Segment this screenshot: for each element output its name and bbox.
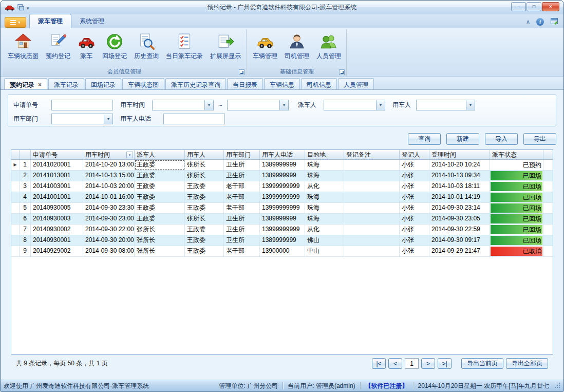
chevron-down-icon[interactable]: ▼ [376,100,385,110]
doc-tab[interactable]: 车辆信息 [264,78,300,89]
cell-status[interactable]: 已回场 [490,171,543,181]
cell-dept[interactable]: 卫生所 [224,225,260,235]
chevron-down-icon[interactable]: ▼ [466,100,475,110]
cell-use_time[interactable]: 2014-10-20 13:00 [83,160,135,170]
cell-destination[interactable]: 珠海 [305,192,344,202]
column-header-order_no[interactable]: 申请单号 [31,150,83,159]
cell-dispatcher[interactable]: 王政委 [135,214,185,224]
table-row[interactable]: ▶1201410200012014-10-20 13:00王政委张所长卫生所13… [11,160,553,171]
doc-tab[interactable]: 回场记录 [85,78,121,89]
cell-registrar[interactable]: 小张 [400,160,429,170]
ribbon-button[interactable]: 历史查询 [130,31,162,62]
cell-remark[interactable] [344,225,400,235]
ribbon-tab[interactable]: 系统管理 [71,14,112,28]
doc-tab[interactable]: 派车记录 [48,78,84,89]
doc-tab[interactable]: 司机信息 [301,78,337,89]
cell-order_no[interactable]: 20140930005 [31,203,83,213]
export-button[interactable]: 导出 [523,133,556,145]
cell-registrar[interactable]: 小张 [400,246,429,256]
cell-phone[interactable]: 1389999999 [260,235,305,246]
table-row[interactable]: 3201410030012014-10-03 20:00王政委王政委老干部139… [11,181,553,192]
cell-remark[interactable] [344,171,400,181]
cell-remark[interactable] [344,246,400,256]
cell-destination[interactable]: 从化 [305,181,344,192]
cell-user[interactable]: 王政委 [185,246,224,256]
resize-grip[interactable] [554,382,560,390]
user-combo[interactable]: ▼ [416,100,475,110]
cell-order_no[interactable]: 20141020001 [31,160,83,170]
cell-accept_time[interactable]: 2014-10-01 14:19 [429,192,490,202]
doc-tab[interactable]: 派车历史记录查询 [165,78,226,89]
close-button[interactable]: ✕ [542,2,559,11]
cell-order_no[interactable]: 20141013001 [31,171,83,181]
cell-use_time[interactable]: 2014-09-30 20:00 [83,235,135,246]
cell-accept_time[interactable]: 2014-10-13 09:34 [429,171,490,181]
cell-use_time[interactable]: 2014-10-03 20:00 [83,181,135,192]
cell-status[interactable]: 已回场 [490,225,543,235]
cell-remark[interactable] [344,192,400,202]
cell-user[interactable]: 王政委 [185,192,224,202]
cell-dept[interactable]: 卫生所 [224,160,260,170]
cell-accept_time[interactable]: 2014-09-30 22:59 [429,225,490,235]
doc-tab[interactable]: 预约记录× [4,78,47,89]
use-time-from-combo[interactable]: ▼ [152,100,214,110]
skin-style-icon[interactable] [550,17,558,27]
chevron-down-icon[interactable]: ▼ [279,100,288,110]
column-header-remark[interactable]: 登记备注 [344,150,400,159]
column-header-registrar[interactable]: 登记人 [400,150,429,159]
cell-remark[interactable] [344,160,400,170]
cell-use_time[interactable]: 2014-10-13 15:00 [83,171,135,181]
cell-destination[interactable]: 佛山 [305,235,344,246]
last-page-button[interactable]: >| [438,358,452,369]
dialog-launcher-icon[interactable] [339,69,345,75]
minimize-button[interactable]: ─ [511,2,526,11]
cell-accept_time[interactable]: 2014-10-20 10:24 [429,160,490,170]
cell-registrar[interactable]: 小张 [400,235,429,246]
ribbon-tab[interactable]: 派车管理 [29,14,71,28]
table-row[interactable]: 4201410010012014-10-01 16:00王政委王政委老干部139… [11,192,553,203]
cell-user[interactable]: 张所长 [185,160,224,170]
chevron-down-icon[interactable]: ▼ [104,114,112,124]
table-row[interactable]: 9201409290022014-09-30 08:00张所长王政委老干部139… [11,246,553,257]
cell-dept[interactable]: 老干部 [224,192,260,202]
table-row[interactable]: 8201409300012014-09-30 20:00张所长王政委卫生所138… [11,235,553,246]
column-header-phone[interactable]: 用车人电话 [260,150,305,159]
cell-registrar[interactable]: 小张 [400,214,429,224]
chevron-down-icon[interactable]: ▼ [204,100,213,110]
cell-phone[interactable]: 13900000 [260,246,305,256]
cell-dept[interactable]: 老干部 [224,203,260,213]
export-all-pages-button[interactable]: 导出全部页 [506,358,548,369]
ribbon-button[interactable]: 当日派车记录 [162,31,206,62]
ribbon-button[interactable]: 车辆状态图 [4,31,42,62]
cell-user[interactable]: 王政委 [185,235,224,246]
doc-tab[interactable]: 车辆状态图 [122,78,164,89]
table-row[interactable]: 6201409300032014-09-30 23:00王政委张所长卫生所138… [11,214,553,225]
cell-phone[interactable]: 1389999999 [260,214,305,224]
app-menu-button[interactable]: ▾ [5,17,26,28]
cell-status[interactable]: 已回场 [490,203,543,213]
doc-tab[interactable]: 人员管理 [338,78,374,89]
cell-destination[interactable]: 珠海 [305,160,344,170]
cascade-windows-icon[interactable] [17,4,25,11]
info-icon[interactable]: i [536,18,544,26]
cell-use_time[interactable]: 2014-09-30 08:00 [83,246,135,256]
phone-input[interactable] [163,114,225,124]
collapse-ribbon-icon[interactable]: ∧ [526,18,530,25]
cell-status[interactable]: 已取消 [490,246,543,256]
cell-accept_time[interactable]: 2014-09-29 21:47 [429,246,490,256]
ribbon-button[interactable]: 扩展屏显示 [206,31,245,62]
cell-phone[interactable]: 1389999999 [260,160,305,170]
cell-phone[interactable]: 13999999999 [260,181,305,192]
close-icon[interactable]: × [38,81,42,88]
order-no-input[interactable] [51,100,113,110]
export-current-page-button[interactable]: 导出当前页 [461,358,503,369]
app-car-icon[interactable] [5,4,15,11]
ribbon-button[interactable]: 派车 [74,31,99,62]
cell-phone[interactable]: 13999999999 [260,225,305,235]
query-button[interactable]: 查询 [408,133,441,145]
dept-combo[interactable]: ▼ [51,114,113,124]
cell-remark[interactable] [344,203,400,213]
new-button[interactable]: 新建 [446,133,479,145]
cell-use_time[interactable]: 2014-09-30 23:00 [83,214,135,224]
cell-dispatcher[interactable]: 张所长 [135,225,185,235]
